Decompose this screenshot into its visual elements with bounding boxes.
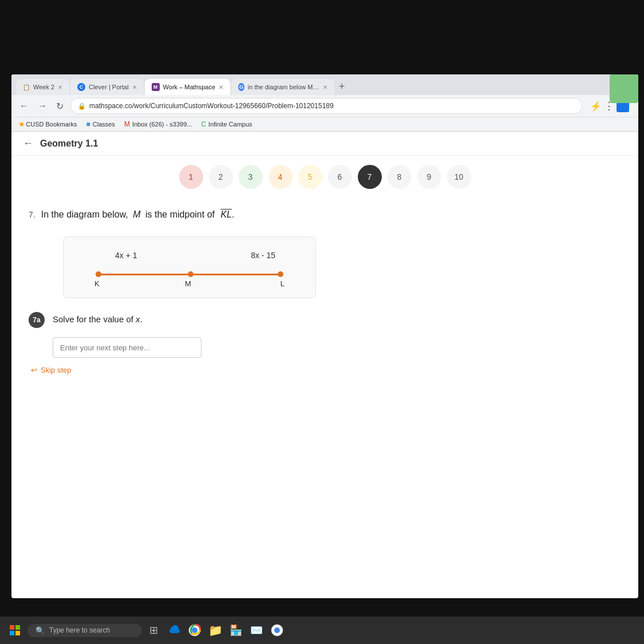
q-circle-5[interactable]: 5: [298, 165, 322, 189]
dot-m: [188, 271, 193, 277]
reload-button[interactable]: ↻: [54, 100, 66, 113]
bookmark-inbox-icon: M: [124, 120, 130, 128]
dot-k: [96, 271, 101, 277]
bookmark-classes[interactable]: ■ Classes: [84, 119, 117, 129]
q-circle-7[interactable]: 7: [358, 165, 382, 189]
svg-point-7: [274, 627, 280, 633]
q-circle-2[interactable]: 2: [209, 165, 233, 189]
taskbar-search-text: Type here to search: [49, 626, 110, 634]
skip-step-label: Skip step: [41, 366, 71, 374]
answer-input[interactable]: [53, 337, 202, 358]
segment-labels: 4x + 1 8x - 15: [86, 251, 293, 263]
taskbar-files[interactable]: 📁: [206, 621, 224, 639]
tab-mathspace-icon: M: [152, 83, 160, 91]
skip-step-icon: ↩: [31, 366, 37, 374]
bookmark-infinite[interactable]: C Infinite Campus: [199, 119, 254, 129]
svg-rect-1: [15, 625, 20, 630]
taskbar-task-view[interactable]: ⊞: [144, 621, 163, 639]
page-back-button[interactable]: ←: [23, 137, 33, 149]
page-title: Geometry 1.1: [40, 139, 98, 149]
tab-mathspace[interactable]: M Work – Mathspace ✕: [145, 79, 231, 95]
diagram-box: 4x + 1 8x - 15 K M L: [63, 236, 316, 298]
back-button[interactable]: ←: [17, 100, 31, 112]
tab-clever-close[interactable]: ✕: [132, 84, 137, 90]
label-ml: 8x - 15: [251, 251, 275, 260]
q-circle-3[interactable]: 3: [239, 165, 263, 189]
variable-M: M: [133, 210, 140, 219]
tab-mathspace-close[interactable]: ✕: [219, 84, 223, 90]
tab-bar: 📋 Week 2 ✕ C Clever | Portal ✕ M Work – …: [11, 74, 638, 95]
bookmarks-bar: ■ CUSD Bookmarks ■ Classes M Inbox (626)…: [11, 117, 638, 131]
label-km: 4x + 1: [115, 251, 137, 260]
page-content: ← Geometry 1.1 1 2 3 4 5 6 7: [11, 132, 638, 386]
point-label-l: L: [280, 279, 285, 288]
tab-google-icon: G: [238, 83, 244, 91]
q-circle-10[interactable]: 10: [447, 165, 471, 189]
dot-l: [278, 271, 283, 277]
tab-google-close[interactable]: ✕: [323, 84, 327, 90]
start-button[interactable]: [5, 620, 25, 641]
ms-header: ← Geometry 1.1: [11, 132, 638, 156]
sub-badge-7a: 7a: [29, 312, 45, 328]
tab-clever-label: Clever | Portal: [89, 84, 129, 90]
bookmark-classes-icon: ■: [86, 120, 90, 128]
q-circle-8[interactable]: 8: [388, 165, 412, 189]
new-tab-button[interactable]: +: [335, 81, 349, 92]
taskbar-search-box[interactable]: 🔍 Type here to search: [27, 624, 142, 637]
tab-week2-icon: 📋: [23, 84, 30, 90]
point-label-k: K: [94, 279, 100, 288]
sub-question-7a: 7a Solve for the value of x.: [29, 312, 621, 328]
tab-google[interactable]: G in the diagram below M is the m... ✕: [231, 79, 334, 95]
tab-mathspace-label: Work – Mathspace: [163, 84, 216, 90]
bookmark-cusd-label: CUSD Bookmarks: [26, 121, 77, 128]
bookmark-cusd[interactable]: ■ CUSD Bookmarks: [17, 119, 80, 129]
bookmark-inbox-label: Inbox (626) - s3399...: [132, 121, 192, 128]
problem-text: In the diagram below, M is the midpoint …: [41, 210, 235, 220]
q-circle-4[interactable]: 4: [268, 165, 293, 189]
taskbar: 🔍 Type here to search ⊞ 📁 🏪 ✉️: [0, 617, 644, 644]
screen: 📋 Week 2 ✕ C Clever | Portal ✕ M Work – …: [11, 74, 638, 598]
tab-week2[interactable]: 📋 Week 2 ✕: [16, 79, 69, 95]
bookmark-infinite-label: Infinite Campus: [208, 121, 252, 128]
segment-label: KL: [220, 210, 232, 219]
bookmark-infinite-icon: C: [201, 120, 206, 128]
address-text: mathspace.co/work/CurriculumCustomWorkou…: [89, 102, 334, 110]
bookmark-inbox[interactable]: M Inbox (626) - s3399...: [122, 119, 195, 129]
tab-week2-close[interactable]: ✕: [58, 84, 62, 90]
taskbar-chrome[interactable]: [185, 621, 204, 639]
sub-question-text: Solve for the value of x.: [53, 314, 143, 324]
segment-container: K M L: [86, 263, 293, 286]
svg-rect-2: [10, 631, 14, 635]
skip-step[interactable]: ↩ Skip step: [31, 366, 621, 374]
taskbar-edge[interactable]: [165, 621, 183, 639]
lock-icon: 🔒: [78, 102, 86, 110]
question-navigator: 1 2 3 4 5 6 7 8 9: [11, 156, 638, 198]
bookmark-classes-label: Classes: [93, 121, 115, 128]
q-circle-9[interactable]: 9: [417, 165, 441, 189]
point-label-m: M: [185, 279, 191, 288]
browser-chrome: 📋 Week 2 ✕ C Clever | Portal ✕ M Work – …: [11, 74, 638, 132]
problem-number: 7.: [29, 210, 35, 219]
svg-rect-0: [10, 625, 14, 630]
svg-rect-3: [15, 631, 20, 635]
address-bar-row: ← → ↻ 🔒 mathspace.co/work/CurriculumCust…: [11, 95, 638, 117]
svg-point-5: [192, 627, 197, 633]
taskbar-mail[interactable]: ✉️: [247, 621, 266, 639]
green-sticker: [610, 74, 638, 103]
forward-button[interactable]: →: [35, 100, 49, 112]
bookmark-cusd-icon: ■: [19, 120, 23, 128]
tab-clever[interactable]: C Clever | Portal ✕: [70, 79, 144, 95]
tab-week2-label: Week 2: [33, 84, 54, 90]
q-circle-6[interactable]: 6: [328, 165, 352, 189]
address-bar[interactable]: 🔒 mathspace.co/work/CurriculumCustomWork…: [70, 98, 582, 114]
taskbar-store[interactable]: 🏪: [227, 621, 245, 639]
q-circle-1[interactable]: 1: [179, 165, 203, 189]
tab-google-label: in the diagram below M is the m...: [248, 84, 319, 90]
tab-clever-icon: C: [77, 83, 85, 91]
extensions-icon[interactable]: ⚡: [590, 101, 602, 112]
problem-statement: 7. In the diagram below, M is the midpoi…: [29, 210, 621, 227]
taskbar-chrome2[interactable]: [268, 621, 286, 639]
main-content: 7. In the diagram below, M is the midpoi…: [11, 198, 638, 386]
taskbar-search-icon: 🔍: [35, 626, 45, 635]
